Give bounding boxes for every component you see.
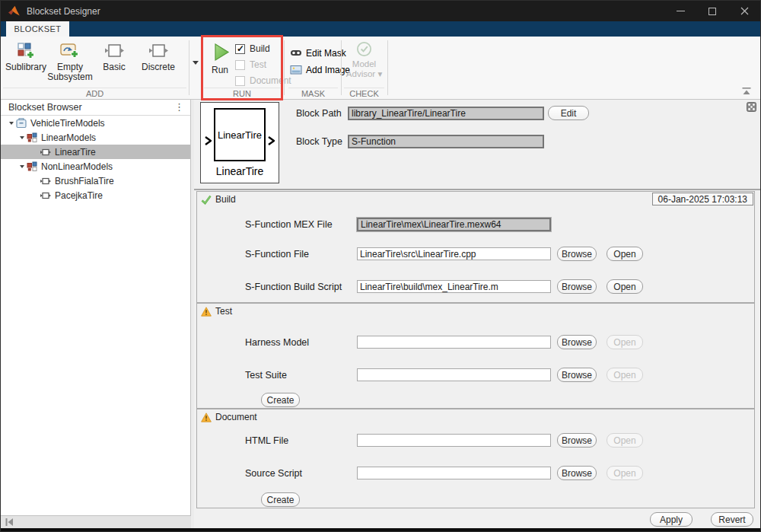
block-icon [40,176,51,186]
collapse-panel-icon[interactable] [4,517,14,527]
build-checkbox[interactable] [235,44,245,54]
window-bottom-border [1,528,760,531]
build-script-field[interactable] [357,280,551,293]
revert-button[interactable]: Revert [711,512,753,527]
close-button[interactable] [728,1,760,21]
add-gallery-expand-button[interactable] [190,37,200,88]
test-suite-browse-button[interactable]: Browse [557,368,597,382]
panel-actions-icon[interactable] [747,101,756,115]
sublibrary-icon [27,132,37,143]
sfunction-file-browse-button[interactable]: Browse [557,247,597,261]
input-port-icon [205,136,212,145]
toolbar-divider [387,40,388,95]
harness-model-label: Harness Model [245,337,357,348]
tree-item-vehicletiremodels[interactable]: VehicleTireModels [1,116,190,130]
edit-block-path-button[interactable]: Edit [548,106,589,120]
maximize-icon [708,8,716,15]
tree-item-lineartire[interactable]: LinearTire [1,145,190,159]
block-detail-panel: LinearTire LinearTire Block Path library… [194,100,760,528]
test-suite-label: Test Suite [245,370,357,381]
tree-label: NonLinearModels [41,161,113,172]
minimize-button[interactable] [664,1,696,21]
section-run-label: RUN [204,88,280,98]
build-script-open-button[interactable]: Open [607,279,643,294]
tree-item-nonlinearmodels[interactable]: NonLinearModels [1,159,190,174]
build-script-browse-button[interactable]: Browse [557,279,597,294]
html-file-open-button: Open [607,433,643,448]
output-port-icon [268,136,275,145]
build-checkbox-label: Build [250,43,270,54]
test-suite-open-button: Open [607,368,643,382]
toolbar-divider [189,40,189,95]
empty-subsystem-label: Empty Subsystem [47,62,92,82]
build-section: Build 06-Jan-2025 17:03:13 S-Function ME… [196,191,755,303]
blockset-tree: VehicleTireModels LinearModels [1,116,190,202]
empty-subsystem-icon [59,41,81,61]
ribbon-tab-strip: BLOCKSET [1,21,760,37]
block-preview: LinearTire LinearTire [200,102,279,183]
source-script-open-button: Open [607,466,643,480]
edit-mask-button[interactable]: Edit Mask [290,47,346,59]
empty-subsystem-button[interactable]: Empty Subsystem [48,40,92,82]
test-section: Test Harness Model Browse Open Test Suit… [196,303,755,409]
discrete-block-icon [148,41,169,61]
tree-label: LinearTire [55,147,96,158]
html-file-label: HTML File [245,435,357,446]
model-advisor-icon [355,40,373,58]
close-icon [740,7,749,15]
section-add: Sublibrary Empty Subsystem [1,37,189,99]
expand-arrow-icon[interactable] [7,122,16,125]
section-mask-label: MASK [288,88,338,98]
html-file-field[interactable] [357,434,551,447]
mask-icon [290,47,302,59]
toolbar-divider [284,40,285,95]
source-script-field[interactable] [357,467,551,479]
source-script-browse-button[interactable]: Browse [557,466,597,480]
tree-item-brushfialatire[interactable]: BrushFialaTire [1,174,190,188]
model-advisor-label-line2: Advisor [346,69,375,78]
create-document-button[interactable]: Create [261,492,300,507]
run-label: Run [212,65,228,75]
document-section-title: Document [215,412,257,422]
harness-model-browse-button[interactable]: Browse [557,335,597,349]
discrete-block-button[interactable]: Discrete [136,40,180,82]
image-icon [290,64,302,75]
sfunction-file-field[interactable] [357,247,551,260]
browser-menu-icon[interactable]: ⋮ [174,104,184,111]
expand-arrow-icon[interactable] [18,136,27,139]
blockset-designer-window: Blockset Designer BLOCKSET [0,0,761,532]
model-advisor-label-line1: Model [352,59,376,68]
harness-model-field[interactable] [357,336,551,349]
test-suite-field[interactable] [357,368,551,381]
edit-mask-label: Edit Mask [306,48,346,59]
blockset-browser-title: Blockset Browser [8,102,82,113]
run-button[interactable]: Run [208,42,232,75]
maximize-button[interactable] [696,1,728,21]
sublibrary-label: Sublibrary [5,62,46,72]
sublibrary-button[interactable]: Sublibrary [4,40,48,82]
tab-blockset[interactable]: BLOCKSET [6,21,69,37]
tree-label: LinearModels [41,132,96,143]
minimize-icon [677,11,685,11]
apply-button[interactable]: Apply [650,512,693,527]
collapse-ribbon-button[interactable] [741,85,752,94]
create-test-button[interactable]: Create [261,393,300,407]
section-check: Model Advisor ▾ CHECK [342,37,387,99]
sublibrary-icon [16,41,36,61]
basic-block-button[interactable]: Basic [92,40,136,82]
success-check-icon [201,195,212,205]
block-icon [40,147,51,158]
chevron-down-icon [193,61,199,65]
basic-block-label: Basic [103,62,125,72]
tree-item-linearmodels[interactable]: LinearModels [1,130,190,145]
tree-item-pacejkatire[interactable]: PacejkaTire [1,188,190,202]
model-advisor-caret-icon: ▾ [377,69,382,78]
collapse-ribbon-icon [741,87,752,96]
sfunction-file-open-button[interactable]: Open [607,247,643,261]
html-file-browse-button[interactable]: Browse [557,433,597,448]
test-section-title: Test [215,306,232,317]
expand-arrow-icon[interactable] [18,165,27,168]
build-script-label: S-Function Build Script [245,282,357,292]
blockset-browser-panel: Blockset Browser ⋮ VehicleTireModels [1,100,191,515]
model-advisor-button: Model Advisor ▾ [342,40,387,79]
